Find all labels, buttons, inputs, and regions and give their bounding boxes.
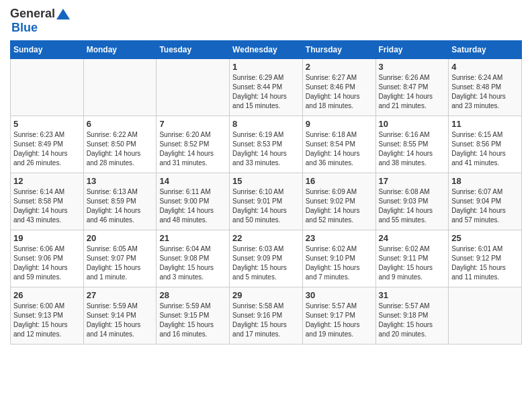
calendar-cell <box>11 59 84 116</box>
column-header-sunday: Sunday <box>11 41 84 59</box>
calendar-header: SundayMondayTuesdayWednesdayThursdayFrid… <box>11 41 522 59</box>
day-number: 31 <box>379 290 446 300</box>
calendar-cell: 26Sunrise: 6:00 AM Sunset: 9:13 PM Dayli… <box>11 287 84 345</box>
week-row-1: 1Sunrise: 6:29 AM Sunset: 8:44 PM Daylig… <box>11 59 522 116</box>
calendar-cell: 24Sunrise: 6:02 AM Sunset: 9:11 PM Dayli… <box>375 230 449 287</box>
logo-blue-text: Blue <box>11 21 38 35</box>
day-info: Sunrise: 6:06 AM Sunset: 9:06 PM Dayligh… <box>13 244 81 282</box>
day-info: Sunrise: 6:13 AM Sunset: 8:59 PM Dayligh… <box>87 187 154 225</box>
calendar-cell: 10Sunrise: 6:16 AM Sunset: 8:55 PM Dayli… <box>375 116 449 173</box>
svg-marker-0 <box>56 9 70 19</box>
day-info: Sunrise: 6:23 AM Sunset: 8:49 PM Dayligh… <box>13 130 81 168</box>
calendar-cell: 13Sunrise: 6:13 AM Sunset: 8:59 PM Dayli… <box>83 173 157 230</box>
day-number: 15 <box>232 176 300 186</box>
day-info: Sunrise: 6:15 AM Sunset: 8:56 PM Dayligh… <box>451 130 519 168</box>
day-number: 7 <box>159 119 226 129</box>
calendar-cell <box>449 287 522 345</box>
day-number: 11 <box>451 119 519 129</box>
day-number: 30 <box>306 290 373 300</box>
calendar-cell <box>83 59 157 116</box>
calendar-cell: 6Sunrise: 6:22 AM Sunset: 8:50 PM Daylig… <box>83 116 157 173</box>
day-info: Sunrise: 6:20 AM Sunset: 8:52 PM Dayligh… <box>159 130 226 168</box>
day-info: Sunrise: 6:00 AM Sunset: 9:13 PM Dayligh… <box>13 302 81 339</box>
day-number: 23 <box>306 233 373 243</box>
day-number: 4 <box>451 62 519 72</box>
day-info: Sunrise: 6:10 AM Sunset: 9:01 PM Dayligh… <box>232 187 300 225</box>
day-info: Sunrise: 6:11 AM Sunset: 9:00 PM Dayligh… <box>159 187 226 225</box>
calendar-cell: 19Sunrise: 6:06 AM Sunset: 9:06 PM Dayli… <box>11 230 84 287</box>
day-info: Sunrise: 5:57 AM Sunset: 9:18 PM Dayligh… <box>379 302 446 339</box>
day-number: 3 <box>379 62 446 72</box>
calendar-cell: 11Sunrise: 6:15 AM Sunset: 8:56 PM Dayli… <box>449 116 522 173</box>
day-number: 24 <box>379 233 446 243</box>
day-info: Sunrise: 5:57 AM Sunset: 9:17 PM Dayligh… <box>306 302 373 339</box>
day-number: 28 <box>159 290 226 300</box>
calendar-cell: 20Sunrise: 6:05 AM Sunset: 9:07 PM Dayli… <box>83 230 157 287</box>
day-info: Sunrise: 6:16 AM Sunset: 8:55 PM Dayligh… <box>379 130 446 168</box>
logo: General Blue <box>10 7 70 35</box>
day-number: 12 <box>13 176 81 186</box>
calendar-cell: 21Sunrise: 6:04 AM Sunset: 9:08 PM Dayli… <box>157 230 230 287</box>
page-header: General Blue <box>10 7 522 35</box>
day-number: 21 <box>159 233 226 243</box>
calendar-cell: 30Sunrise: 5:57 AM Sunset: 9:17 PM Dayli… <box>302 287 375 345</box>
calendar-cell: 22Sunrise: 6:03 AM Sunset: 9:09 PM Dayli… <box>230 230 303 287</box>
day-info: Sunrise: 6:05 AM Sunset: 9:07 PM Dayligh… <box>87 244 154 282</box>
day-number: 14 <box>159 176 226 186</box>
calendar-cell: 18Sunrise: 6:07 AM Sunset: 9:04 PM Dayli… <box>449 173 522 230</box>
day-info: Sunrise: 6:02 AM Sunset: 9:10 PM Dayligh… <box>306 244 373 282</box>
calendar-body: 1Sunrise: 6:29 AM Sunset: 8:44 PM Daylig… <box>11 59 522 345</box>
day-number: 19 <box>13 233 81 243</box>
day-number: 16 <box>306 176 373 186</box>
day-number: 22 <box>232 233 300 243</box>
calendar-cell: 27Sunrise: 5:59 AM Sunset: 9:14 PM Dayli… <box>83 287 157 345</box>
day-info: Sunrise: 6:22 AM Sunset: 8:50 PM Dayligh… <box>87 130 154 168</box>
day-info: Sunrise: 5:59 AM Sunset: 9:15 PM Dayligh… <box>159 302 226 339</box>
calendar-cell: 2Sunrise: 6:27 AM Sunset: 8:46 PM Daylig… <box>302 59 375 116</box>
day-info: Sunrise: 6:02 AM Sunset: 9:11 PM Dayligh… <box>379 244 446 282</box>
day-info: Sunrise: 6:27 AM Sunset: 8:46 PM Dayligh… <box>306 73 373 111</box>
calendar-cell: 5Sunrise: 6:23 AM Sunset: 8:49 PM Daylig… <box>11 116 84 173</box>
day-number: 1 <box>232 62 300 72</box>
calendar-cell: 3Sunrise: 6:26 AM Sunset: 8:47 PM Daylig… <box>375 59 449 116</box>
day-info: Sunrise: 6:04 AM Sunset: 9:08 PM Dayligh… <box>159 244 226 282</box>
day-info: Sunrise: 6:01 AM Sunset: 9:12 PM Dayligh… <box>451 244 519 282</box>
logo-container: General Blue <box>10 7 70 35</box>
column-header-friday: Friday <box>375 41 449 59</box>
calendar-cell: 7Sunrise: 6:20 AM Sunset: 8:52 PM Daylig… <box>157 116 230 173</box>
day-info: Sunrise: 6:07 AM Sunset: 9:04 PM Dayligh… <box>451 187 519 225</box>
day-info: Sunrise: 6:18 AM Sunset: 8:54 PM Dayligh… <box>306 130 373 168</box>
day-number: 18 <box>451 176 519 186</box>
calendar-cell: 16Sunrise: 6:09 AM Sunset: 9:02 PM Dayli… <box>302 173 375 230</box>
day-info: Sunrise: 6:09 AM Sunset: 9:02 PM Dayligh… <box>306 187 373 225</box>
column-header-monday: Monday <box>83 41 157 59</box>
calendar-cell: 17Sunrise: 6:08 AM Sunset: 9:03 PM Dayli… <box>375 173 449 230</box>
day-number: 20 <box>87 233 154 243</box>
logo-icon <box>56 7 70 21</box>
week-row-4: 19Sunrise: 6:06 AM Sunset: 9:06 PM Dayli… <box>11 230 522 287</box>
day-number: 10 <box>379 119 446 129</box>
column-header-tuesday: Tuesday <box>157 41 230 59</box>
day-number: 8 <box>232 119 300 129</box>
day-info: Sunrise: 6:19 AM Sunset: 8:53 PM Dayligh… <box>232 130 300 168</box>
day-number: 25 <box>451 233 519 243</box>
calendar-cell: 28Sunrise: 5:59 AM Sunset: 9:15 PM Dayli… <box>157 287 230 345</box>
day-number: 9 <box>306 119 373 129</box>
day-info: Sunrise: 6:03 AM Sunset: 9:09 PM Dayligh… <box>232 244 300 282</box>
calendar-cell: 12Sunrise: 6:14 AM Sunset: 8:58 PM Dayli… <box>11 173 84 230</box>
week-row-2: 5Sunrise: 6:23 AM Sunset: 8:49 PM Daylig… <box>11 116 522 173</box>
column-header-saturday: Saturday <box>449 41 522 59</box>
week-row-5: 26Sunrise: 6:00 AM Sunset: 9:13 PM Dayli… <box>11 287 522 345</box>
calendar-cell: 9Sunrise: 6:18 AM Sunset: 8:54 PM Daylig… <box>302 116 375 173</box>
day-info: Sunrise: 5:59 AM Sunset: 9:14 PM Dayligh… <box>87 302 154 339</box>
calendar-cell: 31Sunrise: 5:57 AM Sunset: 9:18 PM Dayli… <box>375 287 449 345</box>
week-row-3: 12Sunrise: 6:14 AM Sunset: 8:58 PM Dayli… <box>11 173 522 230</box>
day-info: Sunrise: 6:24 AM Sunset: 8:48 PM Dayligh… <box>451 73 519 111</box>
logo-general-text: General <box>10 7 55 21</box>
day-info: Sunrise: 6:29 AM Sunset: 8:44 PM Dayligh… <box>232 73 300 111</box>
day-number: 17 <box>379 176 446 186</box>
header-row: SundayMondayTuesdayWednesdayThursdayFrid… <box>11 41 522 59</box>
day-info: Sunrise: 5:58 AM Sunset: 9:16 PM Dayligh… <box>232 302 300 339</box>
calendar-cell <box>157 59 230 116</box>
calendar-table: SundayMondayTuesdayWednesdayThursdayFrid… <box>10 40 522 345</box>
